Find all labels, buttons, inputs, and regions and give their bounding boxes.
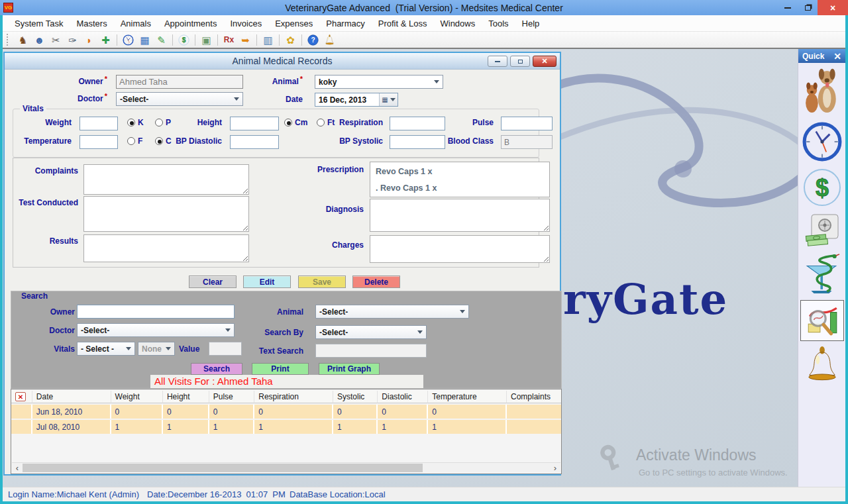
- scrollbar-thumb[interactable]: [23, 464, 423, 472]
- search-button[interactable]: Search: [191, 363, 242, 375]
- doctor-select[interactable]: -Select-: [116, 92, 243, 106]
- search-owner-input[interactable]: [77, 305, 235, 319]
- window-minimize-button[interactable]: [778, 0, 798, 15]
- appointments-icon[interactable]: [121, 33, 136, 47]
- print-button[interactable]: Print: [252, 363, 309, 375]
- pharmacy-icon[interactable]: [800, 251, 844, 297]
- window-close-button[interactable]: ×: [818, 0, 848, 15]
- test-conducted-textarea[interactable]: [83, 196, 249, 232]
- inventory-icon[interactable]: ▣: [199, 33, 214, 47]
- temperature-input[interactable]: [80, 135, 118, 149]
- table-row[interactable]: Jun 18, 20100000000: [11, 405, 562, 419]
- delete-column-header[interactable]: ✕: [11, 391, 32, 403]
- bp-diastolic-input[interactable]: [230, 135, 279, 149]
- weight-input[interactable]: [80, 117, 118, 130]
- search-by-select[interactable]: -Select-: [315, 325, 427, 339]
- results-textarea[interactable]: [83, 234, 249, 262]
- search-vitals-select[interactable]: - Select -: [77, 342, 135, 356]
- column-header-diastolic[interactable]: Diastolic: [378, 391, 428, 403]
- search-value-input[interactable]: [209, 342, 242, 356]
- reports-icon[interactable]: ▥: [260, 33, 276, 47]
- animal-select[interactable]: koky: [315, 75, 443, 89]
- cashbox-icon[interactable]: [800, 211, 844, 248]
- complaints-textarea[interactable]: [83, 164, 249, 195]
- help-icon[interactable]: [305, 33, 321, 47]
- column-header-systolic[interactable]: Systolic: [333, 391, 378, 403]
- window-restore-button[interactable]: [798, 0, 818, 15]
- menu-item-appointments[interactable]: Appointments: [158, 15, 224, 32]
- menu-item-tools[interactable]: Tools: [482, 15, 515, 32]
- column-header-date[interactable]: Date: [32, 391, 111, 403]
- blood-class-input[interactable]: [501, 135, 553, 149]
- edit-button[interactable]: Edit: [243, 276, 291, 288]
- column-header-pulse[interactable]: Pulse: [209, 391, 255, 403]
- column-header-weight[interactable]: Weight: [111, 391, 163, 403]
- clear-button[interactable]: Clear: [189, 276, 237, 288]
- medication-icon[interactable]: ◗: [81, 33, 97, 47]
- quick-panel-close-icon[interactable]: ✕: [833, 52, 841, 61]
- reports-graph-icon[interactable]: [800, 300, 844, 341]
- grooming-icon[interactable]: ✂: [48, 33, 64, 47]
- height-input[interactable]: [230, 117, 279, 130]
- charges-textarea[interactable]: [370, 235, 550, 263]
- animals-icon[interactable]: ♞: [15, 33, 30, 47]
- table-horizontal-scrollbar[interactable]: ‹ ›: [12, 462, 560, 472]
- save-button[interactable]: Save: [298, 276, 346, 288]
- search-doctor-select[interactable]: -Select-: [77, 323, 235, 337]
- respiration-input[interactable]: [390, 117, 445, 130]
- menu-item-masters[interactable]: Masters: [70, 15, 113, 32]
- table-row[interactable]: Jul 08, 20101111111: [11, 420, 562, 434]
- dialog-minimize-button[interactable]: [488, 56, 507, 67]
- height-unit-cm-radio[interactable]: Cm: [284, 118, 307, 127]
- alerts-bell-icon[interactable]: [800, 344, 844, 386]
- pets-icon[interactable]: [800, 66, 844, 117]
- diagnosis-textarea[interactable]: [370, 199, 550, 232]
- menu-item-pharmacy[interactable]: Pharmacy: [319, 15, 372, 32]
- column-header-height[interactable]: Height: [163, 391, 209, 403]
- row-delete-cell[interactable]: [11, 405, 32, 419]
- scroll-left-arrow-icon[interactable]: ‹: [12, 463, 23, 473]
- weight-unit-k-radio[interactable]: K: [127, 118, 144, 127]
- search-animal-select[interactable]: -Select-: [315, 305, 469, 319]
- menu-item-animals[interactable]: Animals: [114, 15, 158, 32]
- print-graph-button[interactable]: Print Graph: [319, 363, 380, 375]
- text-search-input[interactable]: [315, 344, 427, 358]
- owner-input[interactable]: [116, 75, 243, 89]
- prescription-box[interactable]: Revo Caps 1 x . Revo Caps 1 x: [370, 162, 550, 197]
- delete-button[interactable]: Delete: [352, 276, 400, 288]
- prescriptions-icon[interactable]: Rx: [221, 33, 237, 47]
- menu-item-system-task[interactable]: System Task: [8, 15, 70, 32]
- window-border-left: [0, 15, 3, 504]
- expenses-icon[interactable]: ✎: [154, 33, 169, 47]
- column-header-complaints[interactable]: Complaints: [507, 391, 562, 403]
- menu-item-profit-loss[interactable]: Profit & Loss: [372, 15, 434, 32]
- radio-icon: [127, 119, 135, 126]
- doctor-icon[interactable]: ✚: [98, 33, 113, 47]
- payments-icon[interactable]: [176, 33, 191, 47]
- dialog-close-button[interactable]: ✕: [533, 56, 556, 67]
- owners-icon[interactable]: ☻: [32, 33, 47, 47]
- clock-icon[interactable]: [800, 120, 844, 164]
- lab-icon[interactable]: ✑: [65, 33, 80, 47]
- menu-item-expenses[interactable]: Expenses: [268, 15, 319, 32]
- scroll-right-arrow-icon[interactable]: ›: [550, 463, 560, 473]
- calendar-button[interactable]: ▦: [379, 93, 398, 106]
- row-delete-cell[interactable]: [11, 420, 32, 434]
- pulse-input[interactable]: [501, 117, 553, 130]
- reminders-icon[interactable]: ✿: [283, 33, 298, 47]
- column-header-respiration[interactable]: Respiration: [254, 391, 333, 403]
- temp-unit-f-radio[interactable]: F: [127, 136, 142, 146]
- column-header-temperature[interactable]: Temperature: [428, 391, 507, 403]
- menu-item-help[interactable]: Help: [515, 15, 547, 32]
- menu-item-windows[interactable]: Windows: [433, 15, 482, 32]
- toolbar-grip[interactable]: [7, 34, 10, 46]
- refunds-icon[interactable]: ➥: [238, 33, 253, 47]
- dialog-restore-button[interactable]: [510, 56, 530, 67]
- dialog-titlebar[interactable]: Animal Medical Records ✕: [5, 53, 560, 70]
- billing-icon[interactable]: [800, 166, 844, 209]
- menu-item-invoices[interactable]: Invoices: [223, 15, 268, 32]
- alerts-icon[interactable]: [322, 33, 337, 47]
- search-vitals-unit-select[interactable]: None: [138, 342, 175, 356]
- date-picker[interactable]: 16 Dec, 2013 ▦: [315, 93, 398, 107]
- invoices-icon[interactable]: ▦: [137, 33, 152, 47]
